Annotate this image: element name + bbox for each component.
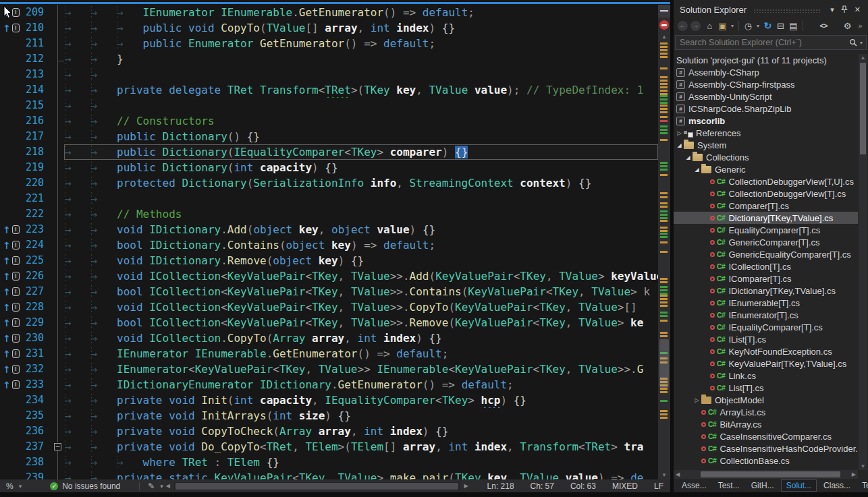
collapse-arrow-icon[interactable]: ◢ (675, 142, 684, 148)
outlining-margin[interactable] (54, 160, 65, 175)
back-icon[interactable]: ← (678, 21, 688, 31)
code-editor[interactable]: ↑I209→ → → IEnumerator IEnumerable.GetEn… (0, 0, 670, 492)
line-number[interactable]: 238 (20, 455, 54, 470)
outlining-margin[interactable] (54, 268, 65, 284)
outlining-margin[interactable] (54, 284, 65, 299)
search-box[interactable]: Search Solution Explorer (Ctrl+¨) ▾ (675, 35, 867, 50)
tool-window-tab-test[interactable]: Test... (713, 480, 744, 491)
outlining-margin[interactable] (54, 20, 65, 36)
editor-vertical-scrollbar[interactable]: ▲ ▼ (658, 5, 670, 479)
tree-item-caseinsensitivecomparer-cs[interactable]: C#CaseInsensitiveComparer.cs (674, 430, 858, 442)
code-line[interactable]: 236→ → private void CopyToCheck(Array ar… (0, 423, 658, 439)
outlining-margin[interactable] (54, 299, 65, 315)
implements-icon[interactable]: ↑I (0, 284, 20, 299)
tree-item-arraylist-cs[interactable]: C#ArrayList.cs (674, 406, 858, 418)
implements-icon[interactable]: ↑I (0, 377, 20, 392)
tree-item-equalitycomparer-t-cs[interactable]: C#EqualityComparer[T].cs (674, 224, 858, 236)
line-number[interactable]: 213 (20, 67, 54, 82)
outlining-margin[interactable] (54, 5, 65, 20)
code-line[interactable]: ↑I232→ → IEnumerator<KeyValuePair<TKey, … (0, 361, 658, 377)
outlining-margin[interactable] (54, 129, 65, 144)
tree-vertical-scrollbar[interactable]: ▲ ▼ (859, 54, 867, 470)
line-number[interactable]: 234 (20, 392, 54, 408)
line-number[interactable]: 221 (20, 191, 54, 206)
tree-item-list-t-cs[interactable]: C#List[T].cs (674, 382, 858, 394)
line-number[interactable]: 229 (20, 315, 54, 330)
tree-item-genericequalitycomparer-t-cs[interactable]: C#GenericEqualityComparer[T].cs (674, 248, 858, 260)
pen-icon[interactable]: ✎ (148, 481, 155, 491)
code-line[interactable]: 222→ → // Methods (0, 206, 658, 222)
tree-item-comparer-t-cs[interactable]: C#Comparer[T].cs (674, 200, 858, 212)
line-number[interactable]: 212 (20, 51, 54, 67)
implements-icon[interactable]: ↑I (0, 253, 20, 268)
pin-icon[interactable] (838, 5, 851, 15)
code-area[interactable]: ↑I209→ → → IEnumerator IEnumerable.GetEn… (0, 5, 658, 479)
scrollbar-thumb[interactable] (175, 483, 458, 490)
outlining-margin[interactable] (54, 315, 65, 330)
scrollbar-thumb[interactable] (860, 63, 866, 154)
line-number[interactable]: 220 (20, 175, 54, 191)
outlining-margin[interactable] (54, 392, 65, 408)
tree-item-idictionary-tkey-tvalue-cs[interactable]: C#IDictionary[TKey,TValue].cs (674, 285, 858, 297)
line-number[interactable]: 224 (20, 237, 54, 253)
code-line[interactable]: 221→ → (0, 191, 658, 206)
line-number[interactable]: 226 (20, 268, 54, 284)
outlining-margin[interactable] (54, 113, 65, 129)
scroll-right-icon[interactable]: ▶ (850, 471, 858, 477)
outlining-margin[interactable] (54, 361, 65, 377)
code-line[interactable]: 239→ → private static KeyValuePair<TKey,… (0, 470, 658, 479)
code-line[interactable]: 237–→ → private void Do_CopyTo<TRet, TEl… (0, 439, 658, 455)
tree-item-keynotfoundexception-cs[interactable]: C#KeyNotFoundException.cs (674, 345, 858, 357)
tree-item-ienumerable-t-cs[interactable]: C#IEnumerable[T].cs (674, 297, 858, 309)
outlining-margin[interactable]: – (54, 439, 65, 455)
implements-icon[interactable]: ↑I (0, 222, 20, 237)
code-line[interactable]: 217→ → public Dictionary() {} (0, 129, 658, 144)
zoom-level[interactable]: % (6, 481, 13, 491)
code-line[interactable]: 212→ → } (0, 51, 658, 67)
line-number[interactable]: 239 (20, 470, 54, 479)
tree-item-icollection-t-cs[interactable]: C#ICollection[T].cs (674, 260, 858, 272)
tree-item-collectionbase-cs[interactable]: C#CollectionBase.cs (674, 455, 858, 467)
code-line[interactable]: ↑I209→ → → IEnumerator IEnumerable.GetEn… (0, 5, 658, 20)
outlining-margin[interactable] (54, 377, 65, 392)
collapse-arrow-icon[interactable]: ◢ (684, 154, 693, 160)
tool-window-tab-gith[interactable]: GitH... (747, 480, 779, 491)
split-editor-handle[interactable] (658, 5, 670, 18)
outlining-margin[interactable] (54, 191, 65, 206)
close-icon[interactable]: ✕ (851, 5, 864, 14)
outlining-margin[interactable] (54, 36, 65, 51)
panel-title-bar[interactable]: Solution Explorer ▾ ✕ (674, 0, 868, 17)
code-line[interactable]: ↑I210→ → → public void CopyTo(TValue[] a… (0, 20, 658, 36)
scroll-right-icon[interactable]: ▶ (464, 483, 468, 489)
implements-icon[interactable]: ↑I (0, 299, 20, 315)
line-number[interactable]: 232 (20, 361, 54, 377)
line-number[interactable]: 228 (20, 299, 54, 315)
code-line[interactable]: 213→ → (0, 67, 658, 82)
tree-item-caseinsensitivehashcodeprovider-cs[interactable]: C#CaseInsensitiveHashCodeProvider.cs (674, 442, 858, 455)
implements-icon[interactable]: ↑I (0, 268, 20, 284)
implements-icon[interactable]: ↑I (0, 361, 20, 377)
code-line[interactable]: 220→ → protected Dictionary(Serializatio… (0, 175, 658, 191)
chevron-down-icon[interactable]: ▾ (729, 23, 736, 29)
outlining-margin[interactable] (54, 82, 65, 98)
tree-horizontal-scrollbar[interactable]: ◀ ▶ (674, 470, 858, 479)
code-line[interactable]: ↑I233→ → IDictionaryEnumerator IDictiona… (0, 377, 658, 392)
tree-item-assembly-csharp-firstpass[interactable]: #Assembly-CSharp-firstpass (674, 78, 858, 90)
line-number[interactable]: 216 (20, 113, 54, 129)
home-icon[interactable]: ⌂ (703, 21, 716, 31)
expand-arrow-icon[interactable]: ▷ (693, 397, 701, 403)
implements-icon[interactable]: ↑I (0, 237, 20, 253)
outlining-margin[interactable] (54, 330, 65, 346)
tool-window-tab-asse[interactable]: Asse... (677, 480, 711, 491)
line-number[interactable]: 219 (20, 160, 54, 175)
fold-collapse-icon[interactable]: – (54, 443, 61, 450)
code-line[interactable]: ↑I224→ → bool IDictionary.Contains(objec… (0, 237, 658, 253)
line-number[interactable]: 217 (20, 129, 54, 144)
outlining-margin[interactable] (54, 408, 65, 423)
scroll-down-icon[interactable]: ▼ (859, 463, 867, 469)
code-line[interactable]: 214→ → private delegate TRet Transform<T… (0, 82, 658, 98)
code-line[interactable]: 219→ → public Dictionary(int capacity) {… (0, 160, 658, 175)
code-line[interactable]: 238→ → → where TRet : TElem {} (0, 455, 658, 470)
solution-tree[interactable]: Solution 'project-gui' (11 of 11 project… (674, 54, 858, 470)
code-line[interactable]: ↑I231→ → IEnumerator IEnumerable.GetEnum… (0, 346, 658, 361)
